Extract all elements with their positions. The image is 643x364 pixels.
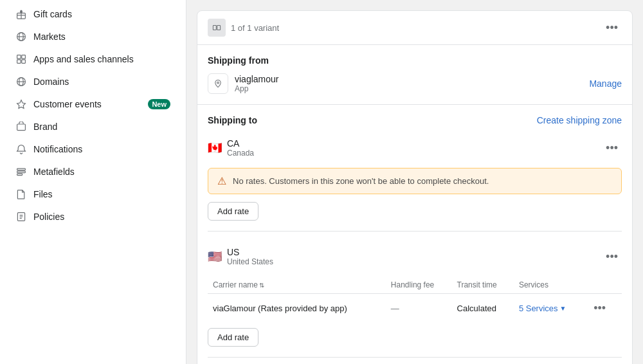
svg-rect-9: [17, 124, 26, 131]
sidebar-item-gift-cards-label: Gift cards: [33, 9, 170, 19]
sidebar-item-files[interactable]: Files: [5, 183, 181, 205]
svg-rect-5: [17, 60, 21, 64]
svg-rect-10: [17, 168, 26, 170]
shipping-from-title: Shipping from: [208, 55, 622, 66]
sidebar-item-brand[interactable]: Brand: [5, 116, 181, 138]
services-cell: 5 Services ▼: [514, 294, 584, 323]
services-link[interactable]: 5 Services ▼: [519, 304, 579, 313]
sidebar-item-markets-label: Markets: [33, 32, 170, 42]
handling-fee-cell: —: [386, 294, 452, 323]
shipping-from-section: Shipping from viaglamour App Manage: [197, 45, 632, 104]
sidebar-item-brand-label: Brand: [33, 122, 170, 132]
svg-rect-12: [17, 174, 23, 175]
sidebar-item-notifications-label: Notifications: [33, 144, 170, 154]
shipping-card: 1 of 1 variant ••• Shipping from viaglam…: [197, 10, 633, 364]
sidebar-item-policies-label: Policies: [33, 212, 170, 222]
new-badge: New: [148, 99, 170, 109]
sidebar-item-apps-sales[interactable]: Apps and sales channels: [5, 48, 181, 70]
warning-icon: ⚠: [217, 175, 226, 187]
svg-point-16: [217, 82, 219, 84]
source-type: App: [235, 84, 278, 93]
globe-icon: [15, 31, 27, 42]
zone-ca-sub: Canada: [227, 149, 254, 158]
main-content: 1 of 1 variant ••• Shipping from viaglam…: [186, 0, 643, 364]
svg-rect-11: [17, 171, 26, 172]
events-icon: [15, 98, 27, 110]
sidebar-item-files-label: Files: [33, 189, 170, 199]
sidebar-item-domains-label: Domains: [33, 77, 170, 87]
shipping-from-row: viaglamour App Manage: [208, 73, 622, 94]
row-actions-cell: •••: [584, 294, 622, 323]
th-transit-time: Transit time: [452, 277, 514, 294]
svg-rect-4: [22, 55, 26, 59]
carrier-name-cell: viaGlamour (Rates provided by app): [208, 294, 386, 323]
sidebar-item-gift-cards[interactable]: Gift cards: [5, 3, 181, 25]
create-shipping-zone-link[interactable]: Create shipping zone: [537, 115, 622, 125]
apps-icon: [15, 53, 27, 65]
ca-warning-text: No rates. Customers in this zone won't b…: [233, 176, 489, 186]
dash-icon: —: [391, 304, 399, 313]
sidebar-item-metafields[interactable]: Metafields: [5, 161, 181, 183]
sidebar-item-markets[interactable]: Markets: [5, 26, 181, 48]
sidebar-item-notifications[interactable]: Notifications: [5, 138, 181, 160]
rate-menu-button[interactable]: •••: [590, 300, 610, 316]
source-name: viaglamour: [235, 74, 278, 84]
svg-rect-15: [217, 26, 221, 30]
zone-us-sub: United States: [227, 257, 273, 266]
carrier-sort-icon: ⇅: [259, 282, 264, 289]
zone-row-section: Rest of world Rest of World ••• Carrier …: [208, 357, 622, 364]
source-details: viaglamour App: [235, 74, 278, 93]
zone-us-name: US: [227, 247, 273, 257]
metafields-icon: [15, 166, 27, 177]
sidebar-item-customer-events[interactable]: Customer events New: [5, 93, 181, 115]
ca-warning-banner: ⚠ No rates. Customers in this zone won't…: [208, 168, 622, 194]
shipping-to-header: Shipping to Create shipping zone: [208, 115, 622, 125]
variant-icon: [208, 19, 226, 37]
zone-ca: 🇨🇦 CA Canada ••• ⚠ No rates. Customers i…: [208, 133, 622, 221]
files-icon: [15, 188, 27, 200]
svg-rect-14: [213, 26, 216, 30]
us-add-rate-button[interactable]: Add rate: [208, 328, 258, 347]
top-row: 1 of 1 variant •••: [197, 11, 632, 45]
bell-icon: [15, 143, 27, 155]
sidebar: Gift cards Markets Apps and sales channe…: [0, 0, 186, 364]
sidebar-item-metafields-label: Metafields: [33, 167, 170, 177]
shipping-to-section: Shipping to Create shipping zone 🇨🇦 CA C…: [197, 104, 632, 364]
shipping-source: viaglamour App: [208, 73, 278, 94]
sidebar-item-domains[interactable]: Domains: [5, 71, 181, 93]
ca-flag: 🇨🇦: [208, 141, 222, 155]
zone-us-menu-button[interactable]: •••: [602, 249, 622, 265]
gift-icon: [15, 8, 27, 20]
zone-us: 🇺🇸 US United States ••• Carrier: [208, 231, 622, 347]
sidebar-item-policies[interactable]: Policies: [5, 206, 181, 228]
sidebar-item-apps-label: Apps and sales channels: [33, 54, 170, 64]
location-icon-wrap: [208, 73, 228, 94]
zone-ca-name: CA: [227, 138, 254, 149]
th-services: Services: [514, 277, 584, 294]
us-flag: 🇺🇸: [208, 250, 222, 264]
transit-time-cell: Calculated: [452, 294, 514, 323]
domain-icon: [15, 76, 27, 87]
svg-rect-3: [17, 55, 21, 59]
th-carrier-name: Carrier name ⇅: [208, 277, 386, 294]
ca-add-rate-button[interactable]: Add rate: [208, 202, 258, 221]
variant-info: 1 of 1 variant: [208, 19, 279, 37]
chevron-down-icon: ▼: [560, 305, 566, 312]
th-actions: [584, 277, 622, 294]
zone-ca-menu-button[interactable]: •••: [602, 140, 622, 156]
brand-icon: [15, 121, 27, 132]
zone-ca-info: 🇨🇦 CA Canada: [208, 138, 254, 158]
zone-ca-row: 🇨🇦 CA Canada •••: [208, 133, 622, 163]
zone-us-row: 🇺🇸 US United States •••: [208, 242, 622, 271]
variant-menu-button[interactable]: •••: [602, 20, 622, 36]
variant-count: 1 of 1 variant: [231, 23, 279, 33]
svg-rect-6: [22, 60, 26, 64]
us-carrier-table: Carrier name ⇅ Handling fee Transit time…: [208, 277, 622, 323]
th-handling-fee: Handling fee: [386, 277, 452, 294]
manage-link[interactable]: Manage: [589, 78, 622, 89]
policies-icon: [15, 211, 27, 223]
shipping-to-title: Shipping to: [208, 115, 257, 125]
table-row: viaGlamour (Rates provided by app) — Cal…: [208, 294, 622, 323]
zone-us-info: 🇺🇸 US United States: [208, 247, 273, 266]
sidebar-item-customer-events-label: Customer events: [33, 99, 141, 109]
